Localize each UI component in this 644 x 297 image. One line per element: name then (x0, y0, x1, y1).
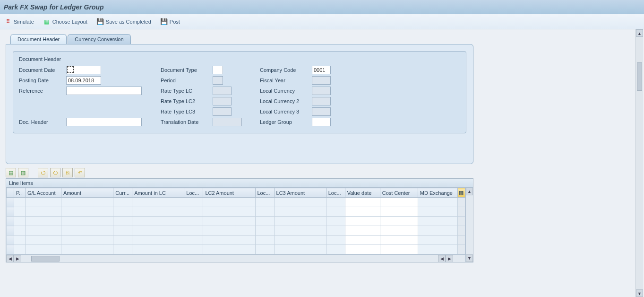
cell[interactable] (380, 236, 418, 245)
col-valdate[interactable]: Value date (345, 188, 380, 198)
table-row[interactable] (7, 207, 465, 217)
cell[interactable] (14, 226, 26, 236)
col-mdex[interactable]: MD Exchange (418, 188, 457, 198)
grid-hscroll-left2[interactable]: ◀ (438, 255, 446, 262)
cell[interactable] (203, 207, 255, 217)
col-config-icon[interactable]: ▦ (457, 188, 465, 198)
cell[interactable] (345, 236, 380, 245)
cell[interactable] (380, 217, 418, 226)
cell[interactable] (274, 217, 326, 226)
cell[interactable] (132, 217, 184, 226)
save-completed-button[interactable]: 💾 Save as Completed (97, 18, 151, 25)
btn-delete-row[interactable]: ▥ (18, 168, 28, 177)
page-vscroll-down[interactable]: ▼ (636, 289, 643, 297)
cell[interactable] (255, 245, 274, 254)
btn-undo[interactable]: ↶ (75, 168, 85, 177)
cell[interactable] (255, 226, 274, 236)
cell[interactable] (326, 217, 345, 226)
input-posting-date[interactable] (66, 76, 101, 85)
cell[interactable] (26, 236, 61, 245)
tab-currency-conversion[interactable]: Currency Conversion (68, 34, 130, 44)
col-costc[interactable]: Cost Center (380, 188, 418, 198)
grid-hscroll-thumb[interactable] (31, 256, 60, 262)
cell[interactable] (184, 226, 203, 236)
grid-vscroll[interactable]: ▲ ▼ (465, 188, 473, 262)
col-lc3amt[interactable]: LC3 Amount (274, 188, 326, 198)
btn-sort-desc[interactable]: ⭮ (50, 168, 60, 177)
row-selector[interactable] (7, 245, 14, 254)
grid-hscroll[interactable]: ◀ ▶ ◀ ▶ (6, 254, 465, 262)
input-doc-header[interactable] (66, 118, 142, 126)
cell[interactable] (132, 236, 184, 245)
btn-copy[interactable]: ⎘ (62, 168, 73, 177)
cell[interactable] (132, 226, 184, 236)
cell[interactable] (132, 207, 184, 217)
col-lc2amt[interactable]: LC2 Amount (203, 188, 255, 198)
col-amount[interactable]: Amount (61, 188, 113, 198)
cell[interactable] (184, 236, 203, 245)
grid-hscroll-right2[interactable]: ▶ (446, 255, 453, 262)
page-vscroll-thumb[interactable] (637, 62, 642, 91)
cell[interactable] (61, 217, 113, 226)
cell[interactable] (184, 198, 203, 207)
col-curr[interactable]: Curr... (113, 188, 132, 198)
simulate-button[interactable]: ⠿ Simulate (5, 18, 34, 25)
table-row[interactable] (7, 226, 465, 236)
cell[interactable] (203, 226, 255, 236)
page-vscroll[interactable]: ▲ ▼ (635, 29, 643, 297)
btn-insert-row[interactable]: ▤ (6, 168, 16, 177)
cell[interactable] (26, 217, 61, 226)
col-loc2[interactable]: Loc... (255, 188, 274, 198)
row-selector[interactable] (7, 207, 14, 217)
cell[interactable] (61, 236, 113, 245)
input-ledger[interactable] (312, 118, 331, 126)
row-selector[interactable] (7, 198, 14, 207)
cell[interactable] (61, 245, 113, 254)
table-row[interactable] (7, 198, 465, 207)
cell[interactable] (418, 236, 457, 245)
cell[interactable] (203, 217, 255, 226)
input-company[interactable] (312, 66, 331, 74)
cell[interactable] (14, 198, 26, 207)
row-selector[interactable] (7, 236, 14, 245)
cell[interactable] (184, 217, 203, 226)
table-row[interactable] (7, 236, 465, 245)
col-loc3[interactable]: Loc... (326, 188, 345, 198)
grid-vscroll-down[interactable]: ▼ (466, 254, 473, 262)
cell[interactable] (326, 198, 345, 207)
cell[interactable] (14, 217, 26, 226)
cell[interactable] (418, 207, 457, 217)
col-select[interactable] (7, 188, 14, 198)
grid-vscroll-up[interactable]: ▲ (466, 188, 473, 195)
cell[interactable] (184, 207, 203, 217)
cell[interactable] (418, 245, 457, 254)
cell[interactable] (274, 245, 326, 254)
cell[interactable] (380, 198, 418, 207)
cell[interactable] (255, 198, 274, 207)
cell[interactable] (61, 207, 113, 217)
cell[interactable] (380, 245, 418, 254)
cell[interactable] (113, 226, 132, 236)
cell[interactable] (274, 198, 326, 207)
cell[interactable] (132, 245, 184, 254)
row-selector[interactable] (7, 226, 14, 236)
cell[interactable] (113, 236, 132, 245)
cell[interactable] (418, 217, 457, 226)
cell[interactable] (113, 198, 132, 207)
cell[interactable] (326, 236, 345, 245)
cell[interactable] (26, 245, 61, 254)
cell[interactable] (14, 236, 26, 245)
cell[interactable] (26, 207, 61, 217)
cell[interactable] (14, 245, 26, 254)
choose-layout-button[interactable]: ▦ Choose Layout (43, 18, 87, 25)
input-doc-date[interactable] (66, 66, 101, 74)
cell[interactable] (61, 226, 113, 236)
cell[interactable] (255, 217, 274, 226)
cell[interactable] (255, 236, 274, 245)
cell[interactable] (345, 217, 380, 226)
cell[interactable] (14, 207, 26, 217)
col-pk[interactable]: P.. (14, 188, 26, 198)
table-row[interactable] (7, 217, 465, 226)
cell[interactable] (345, 207, 380, 217)
cell[interactable] (184, 245, 203, 254)
